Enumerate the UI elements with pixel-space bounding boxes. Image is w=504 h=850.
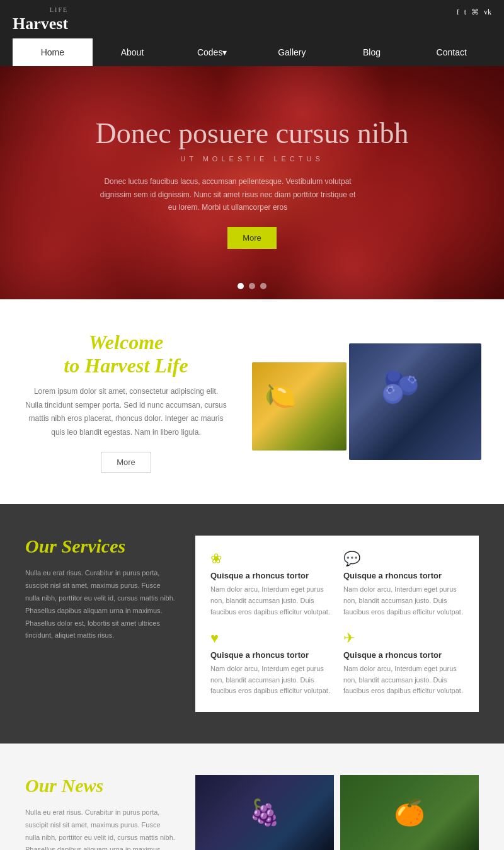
site-logo[interactable]: Harvest <box>13 14 68 33</box>
news-image-oranges: 🍊 <box>340 775 479 850</box>
welcome-more-button[interactable]: More <box>101 452 151 473</box>
services-heading-green: Our <box>25 536 57 556</box>
vk-icon[interactable]: vk <box>484 8 491 17</box>
hero-dot-1[interactable] <box>238 283 244 289</box>
hero-dots <box>238 283 266 289</box>
service-title-1: Quisque a rhoncus tortor <box>210 571 331 580</box>
news-heading-green: Our <box>25 775 57 796</box>
news-card-1: 🍇 Lorem ipsum dolor Maecenas et suscipit… <box>195 775 334 850</box>
service-body-2: Nam dolor arcu, Interdum eget purus non,… <box>343 584 464 617</box>
services-left: Our Services Nulla eu erat risus. Curabi… <box>25 536 176 712</box>
services-heading-rest: Services <box>62 536 126 556</box>
service-body-1: Nam dolor arcu, Interdum eget purus non,… <box>210 584 331 617</box>
service-title-4: Quisque a rhoncus tortor <box>343 650 464 660</box>
services-body: Nulla eu erat risus. Curabitur in purus … <box>25 567 176 642</box>
service-icon-4: ✈ <box>343 630 464 646</box>
main-nav: Home About Codes▾ Gallery Blog Contact <box>13 38 491 66</box>
twitter-icon[interactable]: t <box>464 8 466 17</box>
blueberries-image <box>349 343 481 460</box>
welcome-text-block: Welcome to Harvest Life Lorem ipsum dolo… <box>25 331 227 473</box>
news-left: Our News Nulla eu erat risus. Curabitur … <box>25 775 176 850</box>
service-item-4: ✈ Quisque a rhoncus tortor Nam dolor arc… <box>343 630 464 697</box>
facebook-icon[interactable]: f <box>457 8 459 17</box>
hero-section: Donec posuere cursus nibh UT MOLESTIE LE… <box>0 66 504 299</box>
welcome-section: Welcome to Harvest Life Lorem ipsum dolo… <box>0 299 504 504</box>
nav-home[interactable]: Home <box>13 38 93 66</box>
service-body-4: Nam dolor arcu, Interdum eget purus non,… <box>343 663 464 697</box>
news-cards: 🍇 Lorem ipsum dolor Maecenas et suscipit… <box>195 775 479 850</box>
hero-content: Donec posuere cursus nibh UT MOLESTIE LE… <box>96 117 409 248</box>
services-section: Our Services Nulla eu erat risus. Curabi… <box>0 504 504 744</box>
welcome-heading-green: Welcome <box>89 331 163 353</box>
services-card: ❀ Quisque a rhoncus tortor Nam dolor arc… <box>195 536 479 712</box>
hero-body: Donec luctus faucibus lacus, accumsan pe… <box>96 175 360 214</box>
news-image-grapes: 🍇 <box>195 775 334 850</box>
news-section: Our News Nulla eu erat risus. Curabitur … <box>0 744 504 850</box>
welcome-heading-rest: to Harvest Life <box>64 354 188 377</box>
lemons-image <box>252 362 346 451</box>
nav-blog[interactable]: Blog <box>332 38 412 66</box>
nav-codes[interactable]: Codes▾ <box>172 38 252 66</box>
welcome-heading: Welcome to Harvest Life <box>25 331 227 377</box>
service-body-3: Nam dolor arcu, Interdum eget purus non,… <box>210 663 331 697</box>
news-body: Nulla eu erat risus. Curabitur in purus … <box>25 807 176 850</box>
service-title-2: Quisque a rhoncus tortor <box>343 571 464 580</box>
header: LIFE Harvest f t ⌘ vk Home About Codes▾ … <box>0 0 504 66</box>
welcome-body: Lorem ipsum dolor sit amet, consectetur … <box>25 385 227 439</box>
logo-life-text: LIFE <box>13 6 68 13</box>
service-item-3: ♥ Quisque a rhoncus tortor Nam dolor arc… <box>210 630 331 697</box>
service-item-2: 💬 Quisque a rhoncus tortor Nam dolor arc… <box>343 551 464 617</box>
service-icon-3: ♥ <box>210 630 331 646</box>
service-icon-2: 💬 <box>343 551 464 567</box>
service-icon-1: ❀ <box>210 551 331 567</box>
hero-more-button[interactable]: More <box>227 227 277 249</box>
social-icons: f t ⌘ vk <box>457 8 491 17</box>
news-heading: Our News <box>25 775 176 796</box>
hero-dot-2[interactable] <box>249 283 255 289</box>
nav-about[interactable]: About <box>93 38 173 66</box>
hero-title: Donec posuere cursus nibh <box>96 117 409 150</box>
welcome-images <box>252 343 481 460</box>
nav-contact[interactable]: Contact <box>411 38 491 66</box>
hero-subtitle: UT MOLESTIE LECTUS <box>96 155 409 163</box>
service-item-1: ❀ Quisque a rhoncus tortor Nam dolor arc… <box>210 551 331 617</box>
nav-gallery[interactable]: Gallery <box>252 38 332 66</box>
service-title-3: Quisque a rhoncus tortor <box>210 650 331 660</box>
news-heading-rest: News <box>62 775 104 796</box>
news-card-2: 🍊 Lorem ipsum dolor Maecenas et suscipit… <box>340 775 479 850</box>
hero-dot-3[interactable] <box>260 283 266 289</box>
rss-icon[interactable]: ⌘ <box>471 8 479 17</box>
services-heading: Our Services <box>25 536 176 557</box>
